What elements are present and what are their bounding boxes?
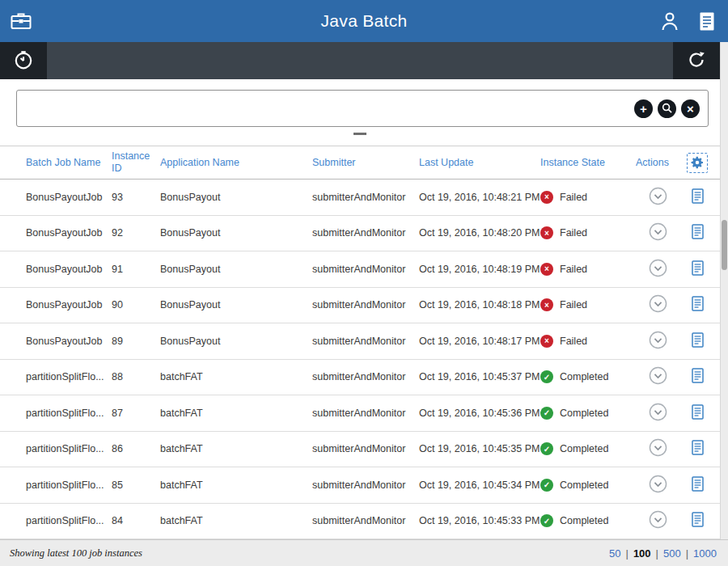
cell-application-name: BonusPayout — [160, 299, 312, 310]
cell-submitter: submitterAndMonitor — [312, 192, 419, 203]
chevron-down-icon — [649, 510, 667, 531]
row-actions-button[interactable] — [649, 259, 667, 280]
cell-instance-id: 86 — [112, 443, 160, 454]
job-log-icon — [692, 224, 704, 242]
cell-application-name: BonusPayout — [160, 336, 312, 347]
search-input[interactable] — [17, 91, 634, 126]
cell-last-update: Oct 19, 2016, 10:45:35 PM — [419, 443, 540, 454]
column-header-batch-job-name[interactable]: Batch Job Name — [26, 157, 112, 169]
chevron-down-icon — [649, 475, 667, 496]
state-label: Completed — [560, 408, 608, 419]
state-icon: × — [540, 263, 553, 276]
scrollbar-thumb[interactable] — [722, 220, 727, 270]
cell-application-name: batchFAT — [160, 479, 312, 491]
cell-last-update: Oct 19, 2016, 10:45:36 PM — [419, 408, 540, 419]
scrollbar-track[interactable] — [720, 42, 728, 539]
job-log-icon — [692, 368, 704, 386]
column-header-instance-id[interactable]: Instance ID — [112, 150, 160, 175]
search-band: + × — [0, 79, 720, 146]
page-size-50[interactable]: 50 — [609, 547, 620, 560]
column-header-application-name[interactable]: Application Name — [160, 157, 312, 169]
page-size-500[interactable]: 500 — [663, 547, 681, 560]
view-job-log-button[interactable] — [692, 224, 704, 242]
row-actions-button[interactable] — [649, 331, 667, 352]
view-job-log-button[interactable] — [692, 476, 704, 494]
column-header-last-update[interactable]: Last Update — [419, 157, 540, 169]
cell-batch-job-name: BonusPayoutJob — [26, 336, 112, 347]
dashboard-button[interactable] — [0, 42, 47, 79]
cell-instance-id: 87 — [112, 408, 160, 419]
view-job-log-button[interactable] — [692, 440, 704, 458]
pagination-separator: | — [686, 547, 688, 560]
pagination-separator: | — [656, 547, 658, 560]
view-job-log-button[interactable] — [692, 188, 704, 206]
view-job-log-button[interactable] — [692, 404, 704, 422]
row-actions-button[interactable] — [649, 366, 667, 387]
chevron-down-icon — [649, 331, 667, 352]
search-button[interactable] — [658, 99, 676, 118]
cell-instance-state: × Failed — [540, 226, 636, 239]
cell-last-update: Oct 19, 2016, 10:45:33 PM — [419, 515, 540, 526]
search-box: + × — [16, 90, 709, 127]
cell-application-name: batchFAT — [160, 408, 312, 419]
cell-batch-job-name: BonusPayoutJob — [26, 227, 112, 239]
cell-submitter: submitterAndMonitor — [312, 479, 419, 491]
cell-batch-job-name: BonusPayoutJob — [26, 299, 112, 310]
table-row: BonusPayoutJob 93 BonusPayout submitterA… — [0, 180, 720, 216]
cell-batch-job-name: partitionSplitFlo... — [26, 371, 112, 382]
page-size-100[interactable]: 100 — [633, 547, 651, 560]
cell-submitter: submitterAndMonitor — [312, 443, 419, 454]
cell-last-update: Oct 19, 2016, 10:48:17 PM — [419, 336, 540, 347]
cell-batch-job-name: BonusPayoutJob — [26, 192, 112, 203]
view-job-log-button[interactable] — [692, 332, 704, 350]
state-label: Completed — [560, 371, 608, 382]
cell-instance-state: × Failed — [540, 263, 636, 276]
view-job-log-button[interactable] — [692, 368, 704, 386]
cell-instance-state: × Failed — [540, 191, 636, 204]
row-actions-button[interactable] — [649, 438, 667, 459]
row-actions-button[interactable] — [649, 403, 667, 424]
column-header-instance-state[interactable]: Instance State — [540, 157, 636, 169]
cell-instance-id: 89 — [112, 336, 160, 347]
footer-status: Showing latest 100 job instances — [0, 547, 142, 560]
cell-instance-state: ✓ Completed — [540, 479, 636, 492]
page-size-1000[interactable]: 1000 — [693, 547, 717, 560]
chevron-down-icon — [649, 403, 667, 424]
cell-application-name: BonusPayout — [160, 192, 312, 203]
row-actions-button[interactable] — [649, 294, 667, 315]
column-header-submitter[interactable]: Submitter — [312, 157, 419, 169]
pagination-separator: | — [626, 547, 629, 560]
cell-submitter: submitterAndMonitor — [312, 371, 419, 382]
add-filter-button[interactable]: + — [634, 99, 653, 118]
cell-instance-id: 91 — [112, 264, 160, 275]
cell-instance-state: ✓ Completed — [540, 370, 636, 383]
view-job-log-button[interactable] — [692, 260, 704, 278]
cell-submitter: submitterAndMonitor — [312, 408, 419, 419]
view-job-log-button[interactable] — [692, 512, 704, 530]
refresh-button[interactable] — [673, 42, 720, 79]
cell-submitter: submitterAndMonitor — [312, 264, 419, 275]
cell-submitter: submitterAndMonitor — [312, 336, 419, 347]
clear-search-button[interactable]: × — [681, 99, 700, 118]
job-logs-button[interactable] — [699, 11, 715, 34]
state-icon: × — [540, 335, 553, 348]
cell-instance-state: ✓ Completed — [540, 407, 636, 420]
state-label: Completed — [560, 479, 608, 491]
collapse-handle[interactable] — [353, 133, 366, 135]
row-actions-button[interactable] — [649, 187, 667, 208]
cell-submitter: submitterAndMonitor — [312, 227, 419, 239]
row-actions-button[interactable] — [649, 475, 667, 496]
user-button[interactable] — [660, 11, 679, 34]
table-row: partitionSplitFlo... 88 batchFAT submitt… — [0, 360, 720, 396]
view-job-log-button[interactable] — [692, 296, 704, 314]
toolbox-button[interactable] — [11, 11, 32, 32]
cell-application-name: BonusPayout — [160, 227, 312, 239]
job-log-icon — [692, 476, 704, 494]
footer: Showing latest 100 job instances 50 | 10… — [0, 539, 728, 566]
column-header-actions: Actions — [636, 157, 680, 169]
toolbox-icon — [11, 11, 32, 32]
row-actions-button[interactable] — [649, 510, 667, 531]
row-actions-button[interactable] — [649, 222, 667, 243]
table-body: BonusPayoutJob 93 BonusPayout submitterA… — [0, 180, 720, 539]
table-settings-button[interactable] — [687, 153, 708, 173]
